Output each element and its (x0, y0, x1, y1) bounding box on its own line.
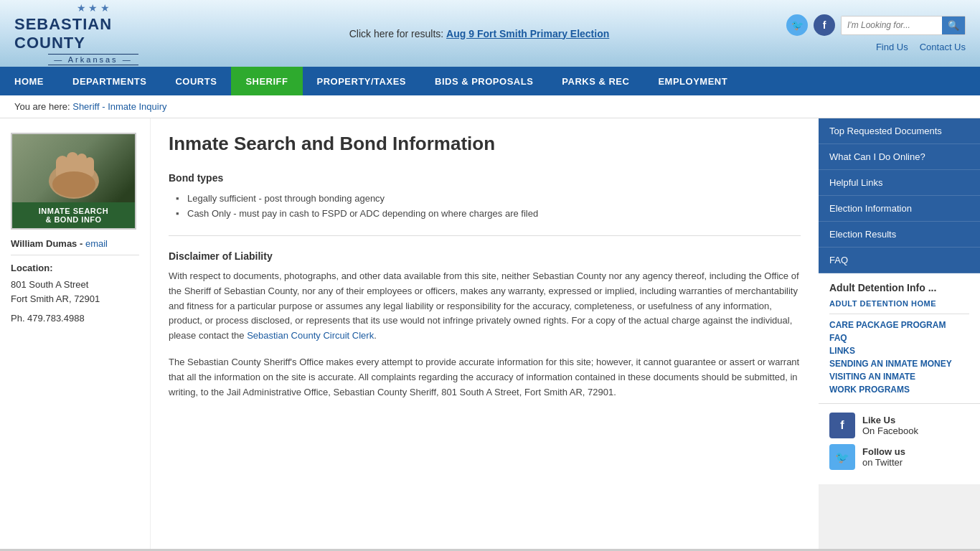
disclaimer-paragraph-1: With respect to documents, photographs, … (169, 269, 801, 344)
right-sidebar-link[interactable]: Helpful Links (819, 170, 980, 196)
right-sidebar-link[interactable]: Election Information (819, 196, 980, 222)
social-search-bar: 🐦 f 🔍 (786, 14, 966, 36)
right-sidebar-link[interactable]: FAQ (819, 248, 980, 273)
detention-section: Adult Detention Info ... ADULT DETENTION… (819, 273, 980, 404)
right-sidebar-nav: Top Requested DocumentsWhat Can I Do Onl… (819, 118, 980, 273)
logo-county-name: Sebastian County (14, 15, 172, 52)
site-header: ★ ★ ★ Sebastian County — Arkansas — Clic… (0, 0, 980, 67)
twitter-row: 🐦 Follow us on Twitter (829, 444, 969, 470)
right-sidebar-link[interactable]: What Can I Do Online? (819, 144, 980, 170)
detention-sub-link[interactable]: FAQ (829, 333, 969, 343)
detention-sub-link[interactable]: WORK PROGRAMS (829, 385, 969, 395)
facebook-icon: f (823, 19, 826, 31)
nav-item-departments[interactable]: DEPARTMENTS (58, 67, 161, 95)
facebook-text: Like Us On Facebook (862, 415, 918, 436)
search-button[interactable]: 🔍 (942, 17, 965, 34)
page-title: Inmate Search and Bond Information (169, 133, 801, 161)
bond-item: Cash Only - must pay in cash to FSPD or … (176, 206, 801, 221)
facebook-icon-box[interactable]: f (829, 413, 855, 438)
main-layout: INMATE SEARCH & BOND INFO William Dumas … (0, 118, 980, 549)
location-label: Location: (11, 263, 139, 273)
inmate-search-image[interactable]: INMATE SEARCH & BOND INFO (11, 133, 136, 230)
facebook-row: f Like Us On Facebook (829, 413, 969, 438)
contact-phone: Ph. 479.783.4988 (11, 313, 139, 324)
detention-sub-link[interactable]: SENDING AN INMATE MONEY (829, 359, 969, 369)
circuit-clerk-link[interactable]: Sebastian County Circuit Clerk (247, 330, 374, 341)
announcement-prefix: Click here for results: (349, 28, 443, 39)
twitter-text: Follow us on Twitter (862, 446, 905, 468)
detention-home-link[interactable]: ADULT DETENTION HOME (829, 299, 969, 308)
contact-email-link[interactable]: email (85, 238, 108, 249)
find-us-link[interactable]: Find Us (876, 42, 908, 52)
left-sidebar: INMATE SEARCH & BOND INFO William Dumas … (0, 118, 151, 549)
contact-address: 801 South A Street Fort Smith AR, 72901 (11, 278, 139, 306)
header-right: 🐦 f 🔍 Find Us Contact Us (786, 14, 966, 52)
twitter-button[interactable]: 🐦 (786, 14, 808, 36)
detention-sub-link[interactable]: VISITING AN INMATE (829, 372, 969, 382)
logo-stars: ★ ★ ★ (77, 2, 110, 14)
nav-item-home[interactable]: HOME (0, 67, 58, 95)
announcement-text: Click here for results: Aug 9 Fort Smith… (187, 28, 772, 39)
header-links: Find Us Contact Us (876, 42, 966, 52)
bond-types-heading: Bond types (169, 172, 801, 184)
content-divider (169, 235, 801, 236)
contact-name: William Dumas - email (11, 238, 139, 255)
header-announcement-area: Click here for results: Aug 9 Fort Smith… (172, 28, 786, 39)
main-navigation: HOMEDEPARTMENTSCOURTSSHERIFFPROPERTY/TAX… (0, 67, 980, 95)
right-sidebar: Top Requested DocumentsWhat Can I Do Onl… (819, 118, 980, 549)
contact-location: Location: 801 South A Street Fort Smith … (11, 263, 139, 324)
logo-arkansas: — Arkansas — (48, 54, 138, 65)
disclaimer-paragraph-2: The Sebastian County Sheriff's Office ma… (169, 355, 801, 400)
twitter-icon: 🐦 (791, 19, 804, 31)
svg-point-5 (52, 171, 95, 197)
nav-item-employment[interactable]: EMPLOYMENT (644, 67, 742, 95)
bond-list: Legally sufficient - post through bondin… (169, 191, 801, 221)
nav-item-bids---proposals[interactable]: BIDS & PROPOSALS (420, 67, 547, 95)
nav-item-courts[interactable]: COURTS (161, 67, 231, 95)
disclaimer-heading: Disclaimer of Liability (169, 250, 801, 262)
detention-sub-link[interactable]: LINKS (829, 346, 969, 356)
nav-item-property-taxes[interactable]: PROPERTY/TAXES (303, 67, 421, 95)
right-sidebar-link[interactable]: Top Requested Documents (819, 118, 980, 144)
contact-us-link[interactable]: Contact Us (920, 42, 966, 52)
breadcrumb-sheriff[interactable]: Sheriff (72, 101, 99, 112)
logo: ★ ★ ★ Sebastian County — Arkansas — (14, 2, 172, 65)
social-section: f Like Us On Facebook 🐦 Follow us on Twi… (819, 404, 980, 484)
twitter-icon-box[interactable]: 🐦 (829, 444, 855, 470)
detention-title: Adult Detention Info ... (829, 282, 969, 293)
bond-item: Legally sufficient - post through bondin… (176, 191, 801, 206)
hands-image (12, 141, 135, 199)
search-input[interactable] (842, 17, 942, 34)
search-box: 🔍 (841, 16, 966, 35)
breadcrumb: You are here: Sheriff - Inmate Inquiry (0, 95, 980, 118)
right-sidebar-link[interactable]: Election Results (819, 222, 980, 248)
announcement-link[interactable]: Aug 9 Fort Smith Primary Election (446, 28, 609, 39)
main-content: Inmate Search and Bond Information Bond … (151, 118, 819, 549)
detention-sub-links: CARE PACKAGE PROGRAMFAQLINKSSENDING AN I… (829, 320, 969, 395)
nav-item-sheriff[interactable]: SHERIFF (231, 67, 302, 95)
breadcrumb-inmate-inquiry[interactable]: - Inmate Inquiry (102, 101, 166, 112)
detention-sub-link[interactable]: CARE PACKAGE PROGRAM (829, 320, 969, 330)
detention-divider (829, 314, 969, 314)
inmate-image-label: INMATE SEARCH & BOND INFO (12, 202, 135, 228)
breadcrumb-prefix: You are here: (14, 101, 70, 112)
facebook-button[interactable]: f (814, 14, 835, 36)
nav-item-parks---rec[interactable]: PARKS & REC (547, 67, 644, 95)
